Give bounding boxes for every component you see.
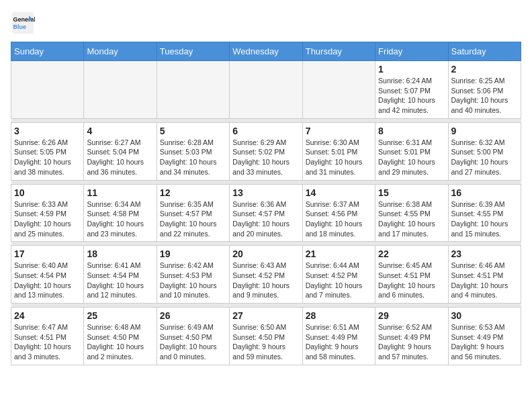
calendar-cell: 25Sunrise: 6:48 AM Sunset: 4:50 PM Dayli… xyxy=(84,308,157,365)
calendar-week-3: 10Sunrise: 6:33 AM Sunset: 4:59 PM Dayli… xyxy=(11,184,521,242)
day-info: Sunrise: 6:34 AM Sunset: 4:58 PM Dayligh… xyxy=(87,199,153,239)
calendar-cell: 11Sunrise: 6:34 AM Sunset: 4:58 PM Dayli… xyxy=(84,184,157,242)
day-info: Sunrise: 6:41 AM Sunset: 4:54 PM Dayligh… xyxy=(87,261,153,300)
calendar-week-5: 24Sunrise: 6:47 AM Sunset: 4:51 PM Dayli… xyxy=(11,308,521,365)
day-number: 11 xyxy=(87,187,153,198)
day-info: Sunrise: 6:44 AM Sunset: 4:52 PM Dayligh… xyxy=(306,261,372,300)
calendar-cell: 18Sunrise: 6:41 AM Sunset: 4:54 PM Dayli… xyxy=(84,246,157,304)
calendar-cell: 20Sunrise: 6:43 AM Sunset: 4:52 PM Dayli… xyxy=(230,246,302,304)
day-number: 23 xyxy=(451,248,518,259)
calendar-cell: 23Sunrise: 6:46 AM Sunset: 4:51 PM Dayli… xyxy=(448,246,521,304)
day-info: Sunrise: 6:28 AM Sunset: 5:03 PM Dayligh… xyxy=(160,138,226,177)
calendar-cell: 1Sunrise: 6:24 AM Sunset: 5:07 PM Daylig… xyxy=(375,61,448,119)
calendar-week-1: 1Sunrise: 6:24 AM Sunset: 5:07 PM Daylig… xyxy=(11,61,521,119)
day-number: 19 xyxy=(160,248,226,259)
day-number: 3 xyxy=(14,126,81,136)
calendar-cell: 17Sunrise: 6:40 AM Sunset: 4:54 PM Dayli… xyxy=(11,246,84,304)
calendar-cell: 3Sunrise: 6:26 AM Sunset: 5:05 PM Daylig… xyxy=(11,122,84,180)
day-info: Sunrise: 6:52 AM Sunset: 4:49 PM Dayligh… xyxy=(378,322,445,362)
day-info: Sunrise: 6:42 AM Sunset: 4:53 PM Dayligh… xyxy=(160,261,226,300)
calendar-cell: 5Sunrise: 6:28 AM Sunset: 5:03 PM Daylig… xyxy=(157,122,229,180)
day-number: 24 xyxy=(14,310,81,321)
day-info: Sunrise: 6:40 AM Sunset: 4:54 PM Dayligh… xyxy=(14,261,81,300)
day-info: Sunrise: 6:29 AM Sunset: 5:02 PM Dayligh… xyxy=(232,138,299,177)
calendar-cell xyxy=(84,61,157,119)
day-number: 8 xyxy=(378,126,445,136)
day-number: 13 xyxy=(232,187,299,198)
day-info: Sunrise: 6:30 AM Sunset: 5:01 PM Dayligh… xyxy=(306,138,372,177)
day-info: Sunrise: 6:53 AM Sunset: 4:49 PM Dayligh… xyxy=(451,322,518,362)
calendar-week-2: 3Sunrise: 6:26 AM Sunset: 5:05 PM Daylig… xyxy=(11,122,521,180)
day-info: Sunrise: 6:37 AM Sunset: 4:56 PM Dayligh… xyxy=(306,199,372,239)
day-info: Sunrise: 6:43 AM Sunset: 4:52 PM Dayligh… xyxy=(232,261,299,300)
calendar-cell: 9Sunrise: 6:32 AM Sunset: 5:00 PM Daylig… xyxy=(448,122,521,180)
day-number: 26 xyxy=(160,310,226,321)
col-header-tuesday: Tuesday xyxy=(157,42,229,61)
calendar-week-4: 17Sunrise: 6:40 AM Sunset: 4:54 PM Dayli… xyxy=(11,246,521,304)
day-info: Sunrise: 6:50 AM Sunset: 4:50 PM Dayligh… xyxy=(232,322,299,362)
day-info: Sunrise: 6:24 AM Sunset: 5:07 PM Dayligh… xyxy=(378,76,445,116)
day-number: 12 xyxy=(160,187,226,198)
day-info: Sunrise: 6:51 AM Sunset: 4:49 PM Dayligh… xyxy=(306,322,372,362)
day-info: Sunrise: 6:36 AM Sunset: 4:57 PM Dayligh… xyxy=(232,199,299,239)
day-info: Sunrise: 6:31 AM Sunset: 5:01 PM Dayligh… xyxy=(378,138,445,177)
page-header: General Blue xyxy=(11,11,521,35)
day-number: 9 xyxy=(451,126,518,136)
calendar-cell: 2Sunrise: 6:25 AM Sunset: 5:06 PM Daylig… xyxy=(448,61,521,119)
calendar-cell: 27Sunrise: 6:50 AM Sunset: 4:50 PM Dayli… xyxy=(230,308,302,365)
day-number: 15 xyxy=(378,187,445,198)
calendar-cell xyxy=(157,61,229,119)
day-number: 18 xyxy=(87,248,153,259)
calendar-cell: 22Sunrise: 6:45 AM Sunset: 4:51 PM Dayli… xyxy=(375,246,448,304)
calendar-cell: 24Sunrise: 6:47 AM Sunset: 4:51 PM Dayli… xyxy=(11,308,84,365)
calendar-cell: 10Sunrise: 6:33 AM Sunset: 4:59 PM Dayli… xyxy=(11,184,84,242)
day-number: 17 xyxy=(14,248,81,259)
day-info: Sunrise: 6:35 AM Sunset: 4:57 PM Dayligh… xyxy=(160,199,226,239)
day-number: 10 xyxy=(14,187,81,198)
calendar-cell: 13Sunrise: 6:36 AM Sunset: 4:57 PM Dayli… xyxy=(230,184,302,242)
day-number: 25 xyxy=(87,310,153,321)
calendar-cell: 4Sunrise: 6:27 AM Sunset: 5:04 PM Daylig… xyxy=(84,122,157,180)
calendar-cell: 6Sunrise: 6:29 AM Sunset: 5:02 PM Daylig… xyxy=(230,122,302,180)
day-info: Sunrise: 6:46 AM Sunset: 4:51 PM Dayligh… xyxy=(451,261,518,300)
col-header-friday: Friday xyxy=(375,42,448,61)
calendar-cell xyxy=(302,61,375,119)
day-number: 21 xyxy=(306,248,372,259)
calendar-cell: 12Sunrise: 6:35 AM Sunset: 4:57 PM Dayli… xyxy=(157,184,229,242)
calendar-table: SundayMondayTuesdayWednesdayThursdayFrid… xyxy=(11,42,521,365)
col-header-saturday: Saturday xyxy=(448,42,521,61)
col-header-monday: Monday xyxy=(84,42,157,61)
day-info: Sunrise: 6:26 AM Sunset: 5:05 PM Dayligh… xyxy=(14,138,81,177)
calendar-cell: 30Sunrise: 6:53 AM Sunset: 4:49 PM Dayli… xyxy=(448,308,521,365)
col-header-sunday: Sunday xyxy=(11,42,84,61)
calendar-cell: 26Sunrise: 6:49 AM Sunset: 4:50 PM Dayli… xyxy=(157,308,229,365)
day-number: 16 xyxy=(451,187,518,198)
calendar-cell: 19Sunrise: 6:42 AM Sunset: 4:53 PM Dayli… xyxy=(157,246,229,304)
calendar-cell: 7Sunrise: 6:30 AM Sunset: 5:01 PM Daylig… xyxy=(302,122,375,180)
day-number: 6 xyxy=(232,126,299,136)
day-info: Sunrise: 6:47 AM Sunset: 4:51 PM Dayligh… xyxy=(14,322,81,362)
col-header-thursday: Thursday xyxy=(302,42,375,61)
day-number: 20 xyxy=(232,248,299,259)
logo-icon: General Blue xyxy=(11,11,35,35)
calendar-header-row: SundayMondayTuesdayWednesdayThursdayFrid… xyxy=(11,42,521,61)
calendar-cell xyxy=(230,61,302,119)
calendar-cell: 21Sunrise: 6:44 AM Sunset: 4:52 PM Dayli… xyxy=(302,246,375,304)
day-number: 27 xyxy=(232,310,299,321)
day-info: Sunrise: 6:39 AM Sunset: 4:55 PM Dayligh… xyxy=(451,199,518,239)
day-info: Sunrise: 6:49 AM Sunset: 4:50 PM Dayligh… xyxy=(160,322,226,362)
col-header-wednesday: Wednesday xyxy=(230,42,302,61)
day-info: Sunrise: 6:33 AM Sunset: 4:59 PM Dayligh… xyxy=(14,199,81,239)
calendar-cell: 15Sunrise: 6:38 AM Sunset: 4:55 PM Dayli… xyxy=(375,184,448,242)
day-number: 14 xyxy=(306,187,372,198)
day-number: 1 xyxy=(378,64,445,75)
day-info: Sunrise: 6:27 AM Sunset: 5:04 PM Dayligh… xyxy=(87,138,153,177)
day-info: Sunrise: 6:48 AM Sunset: 4:50 PM Dayligh… xyxy=(87,322,153,362)
day-number: 5 xyxy=(160,126,226,136)
day-info: Sunrise: 6:45 AM Sunset: 4:51 PM Dayligh… xyxy=(378,261,445,300)
calendar-cell: 8Sunrise: 6:31 AM Sunset: 5:01 PM Daylig… xyxy=(375,122,448,180)
day-number: 30 xyxy=(451,310,518,321)
day-number: 2 xyxy=(451,64,518,75)
day-info: Sunrise: 6:25 AM Sunset: 5:06 PM Dayligh… xyxy=(451,76,518,116)
day-number: 4 xyxy=(87,126,153,136)
